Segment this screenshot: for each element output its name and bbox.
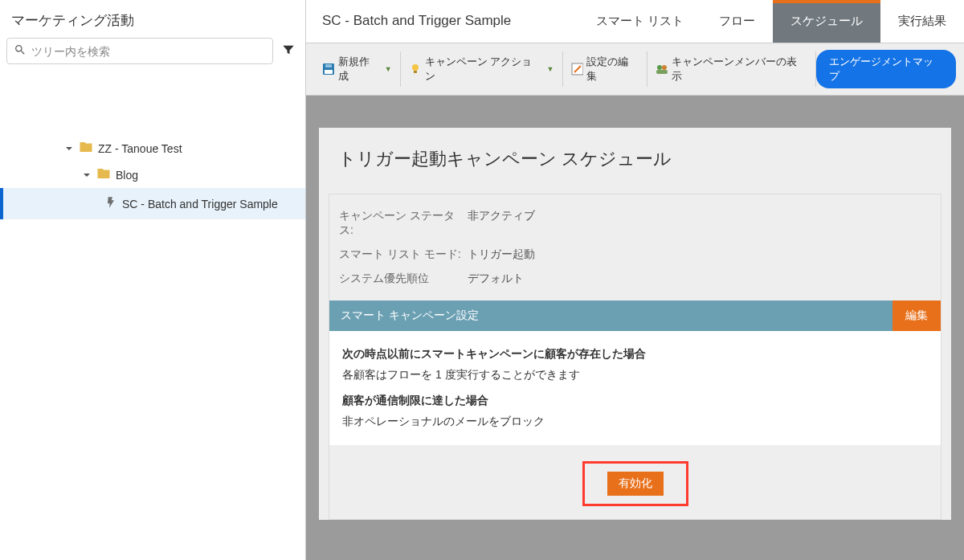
filter-icon[interactable] [278,41,299,61]
settings-header-title: スマート キャンペーン設定 [329,300,893,331]
toolbar-view-members[interactable]: キャンペーンメンバーの表示 [647,51,815,87]
svg-rect-8 [656,70,668,74]
engagement-map-button[interactable]: エンゲージメントマップ [816,50,956,88]
info-row-status: キャンペーン ステータス: 非アクティブ [339,204,931,243]
status-label: キャンペーン ステータス: [339,209,468,238]
priority-value: デフォルト [468,272,931,286]
tab-bar: SC - Batch and Trigger Sample スマート リスト フ… [306,0,964,43]
toolbar-new-label: 新規作成 [338,55,380,84]
disk-icon [322,63,335,76]
settings-block: スマート キャンペーン設定 編集 次の時点以前にスマートキャンペーンに顧客が存在… [329,300,941,445]
lightbulb-icon [409,63,422,76]
tree-search-input[interactable] [31,45,266,58]
content-area: トリガー起動キャンペーン スケジュール キャンペーン ステータス: 非アクティブ… [306,96,964,560]
main: SC - Batch and Trigger Sample スマート リスト フ… [306,0,964,560]
settings-q2-title: 顧客が通信制限に達した場合 [342,394,928,408]
toolbar-view-members-label: キャンペーンメンバーの表示 [672,55,807,84]
folder-icon [96,166,111,183]
schedule-panel: トリガー起動キャンペーン スケジュール キャンペーン ステータス: 非アクティブ… [319,128,951,520]
tree-item-label: SC - Batch and Trigger Sample [122,198,278,211]
dropdown-icon: ▼ [385,65,392,73]
tree-item-label: Blog [116,169,138,182]
settings-q1-text: 各顧客はフローを 1 度実行することができます [342,368,928,382]
tab-results[interactable]: 実行結果 [880,0,964,43]
tree-item-blog[interactable]: Blog [0,161,305,188]
settings-q2-text: 非オペレーショナルのメールをブロック [342,415,928,429]
chevron-down-icon [64,144,74,153]
sidebar: マーケティング活動 ZZ - Tanoue Test [0,0,306,560]
status-value: 非アクティブ [468,209,931,238]
folder-icon [79,140,93,157]
svg-point-6 [657,65,662,70]
sidebar-title: マーケティング活動 [0,0,305,38]
members-icon [656,63,668,76]
toolbar-campaign-actions[interactable]: キャンペーン アクション ▼ [401,51,563,87]
info-row-priority: システム優先順位 デフォルト [339,267,931,291]
toolbar-edit-config[interactable]: 設定の編集 [563,51,648,87]
svg-rect-4 [414,71,417,73]
tab-smart-list[interactable]: スマート リスト [578,0,701,43]
page-name: SC - Batch and Trigger Sample [306,0,527,43]
dropdown-icon: ▼ [547,65,554,73]
tree-item-zz-tanoue[interactable]: ZZ - Tanoue Test [0,135,305,161]
tab-schedule[interactable]: スケジュール [773,0,880,43]
svg-rect-2 [325,64,332,67]
svg-point-3 [412,64,419,71]
activate-highlight: 有効化 [582,461,688,506]
tree-item-sc-campaign[interactable]: SC - Batch and Trigger Sample [0,188,305,219]
tree-search-box[interactable] [6,38,273,64]
toolbar-edit-config-label: 設定の編集 [586,55,639,84]
activate-button[interactable]: 有効化 [607,472,664,496]
settings-body: 次の時点以前にスマートキャンペーンに顧客が存在した場合 各顧客はフローを 1 度… [329,331,941,445]
mode-value: トリガー起動 [468,247,931,262]
edit-icon [571,63,584,76]
toolbar-new[interactable]: 新規作成 ▼ [314,51,401,87]
priority-label: システム優先順位 [339,272,468,286]
svg-rect-1 [325,70,333,74]
tree-item-label: ZZ - Tanoue Test [98,142,182,155]
toolbar-actions-label: キャンペーン アクション [425,55,542,84]
toolbar: 新規作成 ▼ キャンペーン アクション ▼ 設定の編集 キャン [306,43,964,96]
bolt-icon [104,196,117,211]
svg-point-7 [662,65,667,70]
panel-title: トリガー起動キャンペーン スケジュール [319,128,951,194]
info-row-mode: スマート リスト モード: トリガー起動 [339,243,931,267]
settings-q1-title: 次の時点以前にスマートキャンペーンに顧客が存在した場合 [342,347,928,362]
chevron-down-icon [82,170,92,180]
tab-flow[interactable]: フロー [701,0,773,43]
search-icon [14,43,31,59]
mode-label: スマート リスト モード: [339,247,468,262]
settings-edit-button[interactable]: 編集 [893,300,941,331]
info-table: キャンペーン ステータス: 非アクティブ スマート リスト モード: トリガー起… [329,194,941,300]
activate-area: 有効化 [329,445,941,519]
folder-tree: ZZ - Tanoue Test Blog SC - Batch and Tri… [0,71,305,219]
